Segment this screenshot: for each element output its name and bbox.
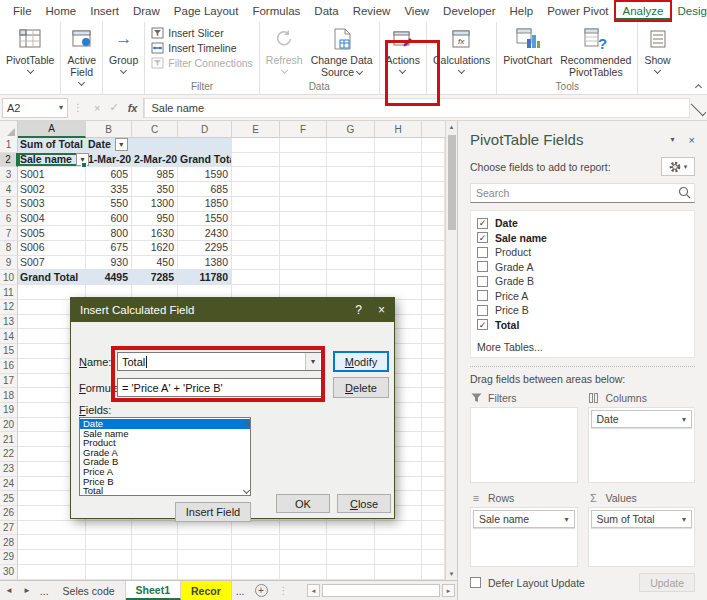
row-header-6[interactable]: 6 — [0, 212, 18, 227]
dialog-title-bar[interactable]: Insert Calculated Field ? × — [71, 298, 394, 322]
cell-G3[interactable] — [327, 167, 375, 182]
cell-H4[interactable] — [375, 182, 422, 197]
column-header-D[interactable]: D — [178, 121, 232, 138]
cell-A30[interactable] — [18, 565, 86, 580]
chevron-down-icon[interactable]: ▾ — [564, 515, 568, 524]
menu-tab-formulas[interactable]: Formulas — [245, 2, 307, 20]
values-drop-zone[interactable]: Sum of Total▾ — [588, 507, 696, 567]
cell-A5[interactable]: S003 — [18, 197, 86, 212]
cell-B9[interactable]: 930 — [86, 256, 132, 271]
field-row-date[interactable]: ✓Date — [477, 216, 694, 231]
cell-D9[interactable]: 1380 — [178, 256, 232, 271]
cell-filler-20[interactable] — [422, 418, 445, 433]
formula-input[interactable]: Sale name — [144, 98, 690, 118]
cell-C30[interactable] — [132, 565, 178, 580]
menu-tab-analyze[interactable]: Analyze — [616, 2, 671, 20]
refresh-button[interactable]: Refresh — [262, 24, 307, 80]
cell-filler-27[interactable] — [422, 521, 445, 536]
pivottable-button[interactable]: PivotTable — [2, 24, 58, 75]
defer-layout-checkbox[interactable] — [470, 577, 481, 588]
cell-E10[interactable] — [232, 270, 280, 285]
field-row-product[interactable]: Product — [477, 245, 694, 260]
cell-F1[interactable] — [280, 138, 327, 153]
cell-E2[interactable] — [232, 153, 280, 168]
cell-F10[interactable] — [280, 270, 327, 285]
row-header-16[interactable]: 16 — [0, 359, 18, 374]
horizontal-scrollbar[interactable]: ◄ ► — [307, 584, 457, 597]
cell-C1[interactable] — [132, 138, 178, 153]
cell-filler-3[interactable] — [422, 167, 445, 182]
cell-H7[interactable] — [375, 226, 422, 241]
menu-tab-design[interactable]: Design — [670, 2, 707, 20]
row-header-19[interactable]: 19 — [0, 403, 18, 418]
chevron-down-icon[interactable]: ▾ — [682, 515, 686, 524]
menu-tab-draw[interactable]: Draw — [126, 2, 167, 20]
menu-tab-power-pivot[interactable]: Power Pivot — [540, 2, 615, 20]
cell-A10[interactable]: Grand Total — [18, 270, 86, 285]
menu-tab-help[interactable]: Help — [503, 2, 541, 20]
cell-F28[interactable] — [280, 535, 327, 550]
select-all-corner[interactable] — [0, 121, 18, 138]
cell-B8[interactable]: 675 — [86, 241, 132, 256]
cell-filler-19[interactable] — [422, 403, 445, 418]
column-header-F[interactable]: F — [280, 121, 327, 138]
cell-filler-9[interactable] — [422, 256, 445, 271]
row-header-15[interactable]: 15 — [0, 344, 18, 359]
cell-D2[interactable]: Grand Total — [178, 153, 232, 168]
column-header-H[interactable]: H — [375, 121, 422, 138]
close-button[interactable]: Close — [337, 494, 391, 513]
cell-H1[interactable] — [375, 138, 422, 153]
cell-filler-1[interactable] — [422, 138, 445, 153]
scroll-left-icon[interactable]: ◄ — [307, 584, 320, 597]
change-data-source-button[interactable]: Change Data Source — [307, 24, 377, 80]
filters-drop-zone[interactable] — [470, 407, 578, 483]
cell-E8[interactable] — [232, 241, 280, 256]
row-header-4[interactable]: 4 — [0, 182, 18, 197]
cell-C27[interactable] — [132, 521, 178, 536]
cell-G27[interactable] — [327, 521, 375, 536]
delete-button[interactable]: Delete — [333, 377, 389, 398]
next-sheet-icon[interactable]: ► — [18, 586, 36, 595]
active-field-button[interactable]: Active Field — [63, 24, 100, 87]
cell-filler-21[interactable] — [422, 432, 445, 447]
cell-E27[interactable] — [232, 521, 280, 536]
cell-F29[interactable] — [280, 550, 327, 565]
menu-tab-view[interactable]: View — [397, 2, 436, 20]
cancel-formula-icon[interactable]: × — [94, 102, 100, 114]
menu-tab-home[interactable]: Home — [39, 2, 84, 20]
cell-F5[interactable] — [280, 197, 327, 212]
cell-G30[interactable] — [327, 565, 375, 580]
cell-H10[interactable] — [375, 270, 422, 285]
row-header-1[interactable]: 1 — [0, 138, 18, 153]
cell-F30[interactable] — [280, 565, 327, 580]
menu-tab-file[interactable]: File — [6, 2, 39, 20]
cell-filler-5[interactable] — [422, 197, 445, 212]
field-row-grade-b[interactable]: Grade B — [477, 274, 694, 289]
scroll-up-icon[interactable]: ▲ — [446, 121, 457, 133]
cell-D4[interactable]: 685 — [178, 182, 232, 197]
scroll-down-icon[interactable]: ▼ — [446, 568, 457, 580]
cell-H5[interactable] — [375, 197, 422, 212]
sheet-tab-recor[interactable]: Recor — [181, 581, 232, 600]
cell-C4[interactable]: 350 — [132, 182, 178, 197]
cell-G29[interactable] — [327, 550, 375, 565]
cell-A27[interactable] — [18, 521, 86, 536]
field-row-total[interactable]: ✓Total — [477, 318, 694, 333]
cell-A29[interactable] — [18, 550, 86, 565]
cell-filler-15[interactable] — [422, 344, 445, 359]
cell-E28[interactable] — [232, 535, 280, 550]
cell-G5[interactable] — [327, 197, 375, 212]
cell-D30[interactable] — [178, 565, 232, 580]
cell-filler-23[interactable] — [422, 462, 445, 477]
cell-B28[interactable] — [86, 535, 132, 550]
field-checkbox-sale-name[interactable]: ✓ — [477, 232, 488, 243]
field-checkbox-price-b[interactable] — [477, 305, 488, 316]
cell-G1[interactable] — [327, 138, 375, 153]
modify-button[interactable]: Modify — [333, 351, 389, 372]
cell-B29[interactable] — [86, 550, 132, 565]
filter-dropdown-button[interactable]: ▾ — [76, 153, 89, 166]
columns-drop-zone[interactable]: Date▾ — [588, 407, 696, 483]
name-dropdown-icon[interactable]: ▾ — [305, 353, 320, 370]
row-header-21[interactable]: 21 — [0, 432, 18, 447]
cell-D27[interactable] — [178, 521, 232, 536]
